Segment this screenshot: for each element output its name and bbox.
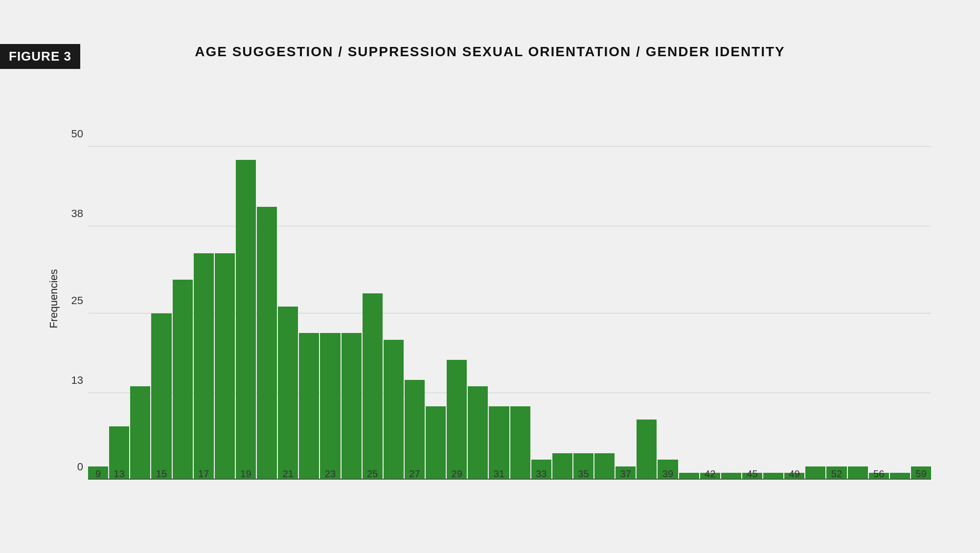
bar-group [869, 147, 889, 480]
x-label [552, 465, 572, 468]
bar-group [215, 147, 235, 480]
chart-title: AGE SUGGESTION / SUPPRESSION SEXUAL ORIE… [0, 44, 980, 60]
x-label: 15 [151, 465, 171, 480]
bar [299, 333, 319, 480]
x-label [215, 465, 235, 468]
x-label [130, 465, 150, 468]
bar-group [911, 147, 931, 480]
x-label [384, 465, 404, 468]
x-label [173, 465, 193, 468]
x-label [342, 465, 362, 468]
bar-group [426, 147, 446, 480]
bar-group [109, 147, 129, 480]
x-label: 37 [615, 465, 636, 480]
y-tick-label: 50 [71, 128, 83, 140]
x-labels: 9131517192123252729313335373942454952565… [88, 465, 931, 480]
x-label: 19 [236, 465, 256, 480]
bar-group [363, 147, 383, 480]
bar-group [679, 147, 699, 480]
bar-group [742, 147, 762, 480]
x-label: 39 [658, 465, 678, 480]
x-label: 33 [531, 465, 551, 480]
bar [447, 360, 467, 480]
bar-group [890, 147, 910, 480]
bar-group [552, 147, 572, 480]
chart-area: Frequencies 013253850 913151719212325272… [39, 117, 951, 519]
bar [278, 307, 298, 480]
bar-group [573, 147, 593, 480]
x-label [805, 465, 825, 468]
bar-group [342, 147, 362, 480]
x-label: 52 [826, 465, 846, 480]
x-label: 17 [194, 465, 214, 480]
bar [320, 333, 340, 480]
x-label: 21 [278, 465, 298, 480]
x-label [299, 465, 319, 468]
x-label: 49 [784, 465, 804, 480]
y-tick-label: 13 [71, 374, 83, 387]
x-label [890, 465, 910, 468]
x-label: 56 [869, 465, 889, 480]
bar [363, 293, 383, 480]
x-label [257, 465, 277, 468]
bar-group [848, 147, 868, 480]
bar-group [130, 147, 150, 480]
bar [173, 280, 193, 480]
bar [257, 207, 277, 480]
x-label [679, 465, 699, 468]
x-label: 9 [88, 465, 108, 480]
bar-group [658, 147, 678, 480]
bar-group [510, 147, 530, 480]
bar-group [637, 147, 657, 480]
bar-group [194, 147, 214, 480]
bar-group [784, 147, 804, 480]
y-tick-label: 38 [71, 207, 83, 220]
x-label [848, 465, 868, 468]
x-label: 27 [405, 465, 425, 480]
bar-group [805, 147, 825, 480]
bar-group [615, 147, 636, 480]
bar-group [320, 147, 340, 480]
bar-group [151, 147, 171, 480]
x-label: 23 [320, 465, 340, 480]
x-label: 45 [742, 465, 762, 480]
x-label: 42 [700, 465, 720, 480]
x-label [426, 465, 446, 468]
figure-container: FIGURE 3 AGE SUGGESTION / SUPPRESSION SE… [0, 44, 980, 553]
bar-group [88, 147, 108, 480]
bars-container [88, 147, 931, 480]
x-label [763, 465, 783, 468]
bar-group [384, 147, 404, 480]
bar-group [763, 147, 783, 480]
chart-inner: 013253850 913151719212325272931333537394… [88, 147, 931, 480]
x-label [468, 465, 488, 468]
x-label: 59 [911, 465, 931, 480]
x-label: 29 [447, 465, 467, 480]
bar [194, 253, 214, 480]
bar-group [173, 147, 193, 480]
x-label: 35 [573, 465, 593, 480]
bar-group [594, 147, 615, 480]
x-label: 31 [489, 465, 509, 480]
bar-group [278, 147, 298, 480]
x-label [510, 465, 530, 468]
x-label [637, 465, 657, 468]
bar-group [826, 147, 846, 480]
bar [151, 313, 171, 480]
bar-group [489, 147, 509, 480]
x-label [721, 465, 741, 468]
y-tick-label: 25 [71, 294, 83, 307]
bar [215, 253, 235, 480]
bar-group [257, 147, 277, 480]
y-tick-label: 0 [77, 461, 83, 473]
bar-group [447, 147, 467, 480]
bar-group [299, 147, 319, 480]
y-axis-label: Frequencies [47, 269, 60, 328]
x-label: 13 [109, 465, 129, 480]
bar [384, 340, 404, 480]
bar-group [700, 147, 720, 480]
x-label: 25 [363, 465, 383, 480]
figure-label: FIGURE 3 [0, 44, 80, 69]
bar-group [531, 147, 551, 480]
bar-group [405, 147, 425, 480]
